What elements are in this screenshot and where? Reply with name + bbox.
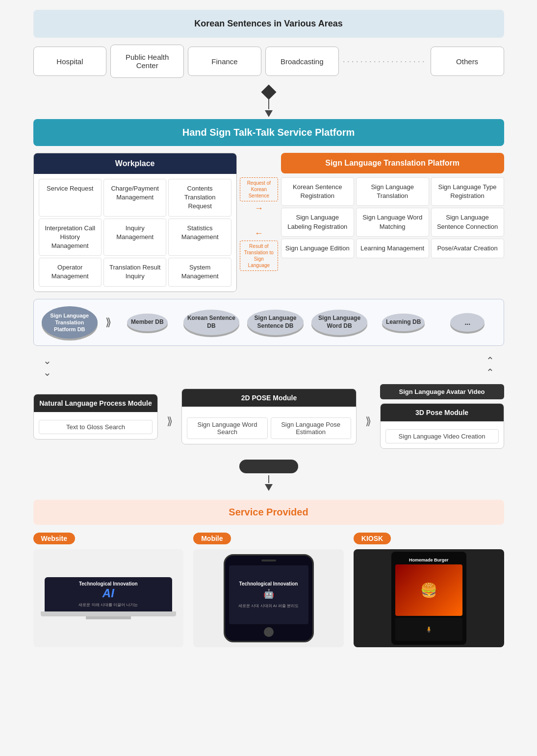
sign-video-create-label: Sign Language Video Creation: [385, 429, 499, 443]
workplace-cell-4: Inquiry Management: [103, 219, 166, 256]
sign-lang-cell-0: Korean Sentence Registration: [281, 177, 354, 206]
sign-lang-cell-5: Sign Language Sentence Connection: [431, 208, 504, 236]
arrow-line: [268, 99, 269, 109]
phone-notch: [261, 560, 276, 561]
sign-lang-section: Sign Language Translation Platform Korea…: [281, 153, 504, 258]
pose-2d-grid: Sign Language Word Search Sign Language …: [187, 415, 351, 439]
website-card: Website Technological Innovation AI 새로운 …: [33, 533, 184, 647]
modules-row: Natural Language Process Module Text to …: [33, 384, 504, 449]
db-item-korean: Korean Sentence DB: [183, 310, 240, 335]
sign-lang-cell-3: Sign Language Labeling Registration: [281, 208, 354, 236]
device-arrow-connector: [239, 460, 298, 491]
workplace-cell-0: Service Request: [39, 179, 102, 217]
laptop-screen: Technological Innovation AI 새로운 미래 시대를 이…: [45, 577, 173, 611]
result-connector: ← Result of Translation to Sign Language: [240, 228, 278, 271]
db-item-learning: Learning DB: [375, 314, 432, 331]
workplace-cell-1: Charge/Payment Management: [103, 179, 166, 217]
laptop-base: [41, 611, 176, 616]
phone-screen: Technological Innovation 🤖 세로운 시대 시대의 AI…: [229, 565, 308, 624]
arrow-connector-1: [263, 87, 274, 117]
service-section: Service Provided Website Technological I…: [33, 500, 504, 647]
db-item-member: Member DB: [119, 314, 176, 331]
avatar-video-label: Sign Language Avatar Video: [380, 384, 504, 399]
top-header: Korean Sentences in Various Areas: [33, 10, 504, 38]
category-finance[interactable]: Finance: [188, 47, 261, 76]
sign-lang-grid: Korean Sentence Registration Sign Langua…: [281, 177, 504, 258]
burger-emoji: 🍔: [420, 582, 437, 598]
natural-lang-header: Natural Language Process Module: [34, 394, 158, 412]
arrow-down-icon: [265, 110, 273, 117]
workplace-cell-7: Translation Result Inquiry: [103, 258, 166, 286]
db-item-sign-sentence: Sign Language Sentence DB: [247, 310, 304, 335]
category-public-health[interactable]: Public Health Center: [110, 45, 184, 78]
website-badge: Website: [33, 533, 75, 544]
pose-3d-header: 3D Pose Module: [381, 404, 504, 421]
platform-title: Hand Sign Talk-Talk Service Platform: [182, 127, 355, 138]
module-connector-2: ⟫: [361, 405, 375, 428]
pose-3d-wrapper: Sign Language Avatar Video 3D Pose Modul…: [380, 384, 504, 449]
db-item-main: Sign Language Translation Platform DB: [42, 306, 98, 339]
workplace-grid: Service Request Charge/Payment Managemen…: [34, 174, 236, 292]
diamond-icon: [261, 84, 276, 99]
service-header: Service Provided: [33, 500, 504, 525]
kiosk-card: KIOSK Homemade Burger 🍔 🧍: [354, 533, 504, 647]
sign-pose-est-label: Sign Language Pose Estimation: [271, 417, 351, 439]
workplace-section: Workplace Service Request Charge/Payment…: [33, 153, 237, 292]
category-broadcasting[interactable]: Broadcasting: [265, 47, 339, 76]
text-to-gloss-label: Text to Gloss Search: [39, 420, 153, 434]
kiosk-badge: KIOSK: [354, 533, 391, 544]
workplace-cell-6: Operator Management: [39, 258, 102, 286]
db-item-sign-word: Sign Language Word DB: [311, 310, 368, 335]
workplace-cell-5: Statistics Management: [168, 219, 231, 256]
pose-2d-content: Sign Language Word Search Sign Language …: [182, 407, 356, 444]
request-connector: Request of Korean Sentence →: [240, 177, 278, 214]
natural-lang-content: Text to Gloss Search: [34, 412, 158, 439]
service-title: Service Provided: [229, 507, 308, 517]
pose-2d-header: 2D POSE Module: [182, 389, 356, 407]
service-cards: Website Technological Innovation AI 새로운 …: [33, 533, 504, 647]
workplace-cell-2: Contents Translation Request: [168, 179, 231, 217]
website-image: Technological Innovation AI 새로운 미래 시대를 이…: [33, 549, 184, 647]
device-shape-icon: [239, 460, 298, 473]
category-others[interactable]: Others: [431, 47, 504, 76]
pose-3d-content: Sign Language Video Creation: [381, 421, 504, 448]
category-row: Hospital Public Health Center Finance Br…: [33, 45, 504, 78]
sign-word-search-label: Sign Language Word Search: [187, 417, 267, 439]
mobile-badge: Mobile: [193, 533, 230, 544]
pose-3d-module: 3D Pose Module Sign Language Video Creat…: [380, 403, 504, 449]
db-section: Sign Language Translation Platform DB ⟫ …: [33, 299, 504, 346]
sign-lang-cell-6: Sign Language Edition: [281, 239, 354, 258]
platform-header: Hand Sign Talk-Talk Service Platform: [33, 119, 504, 146]
workplace-cell-8: System Management: [168, 258, 231, 286]
sign-lang-header: Sign Language Translation Platform: [281, 153, 504, 173]
natural-lang-module: Natural Language Process Module Text to …: [33, 394, 158, 439]
kiosk-bottom-area: 🧍: [395, 618, 462, 641]
mobile-card: Mobile Technological Innovation 🤖 세로운 시대…: [193, 533, 344, 647]
sign-lang-cell-7: Learning Management: [356, 239, 429, 258]
top-header-title: Korean Sentences in Various Areas: [194, 19, 342, 28]
laptop-stand: [86, 616, 131, 619]
sign-lang-cell-1: Sign Language Translation: [356, 177, 429, 206]
chevron-up-icon: ⌃⌃: [486, 355, 494, 378]
phone-mockup: Technological Innovation 🤖 세로운 시대 시대의 AI…: [224, 554, 314, 642]
sign-lang-cell-4: Sign Language Word Matching: [356, 208, 429, 236]
kiosk-display-area: 🍔: [395, 564, 462, 615]
db-item-more: ...: [439, 313, 496, 332]
mobile-image: Technological Innovation 🤖 세로운 시대 시대의 AI…: [193, 549, 344, 647]
workplace-header: Workplace: [34, 153, 236, 174]
sign-lang-cell-2: Sign Language Type Registration: [431, 177, 504, 206]
kiosk-image: Homemade Burger 🍔 🧍: [354, 549, 504, 647]
phone-home-button: [264, 627, 274, 637]
module-connector-1: ⟫: [163, 405, 177, 428]
kiosk-mockup: Homemade Burger 🍔 🧍: [391, 552, 466, 645]
category-hospital[interactable]: Hospital: [33, 47, 107, 76]
pose-2d-module: 2D POSE Module Sign Language Word Search…: [181, 389, 356, 444]
category-separator: ···················: [343, 56, 427, 67]
workplace-cell-3: Interpretation Call History Management: [39, 219, 102, 256]
sign-lang-cell-8: Pose/Avatar Creation: [431, 239, 504, 258]
chevron-down-icon: ⌄⌄: [43, 355, 51, 378]
